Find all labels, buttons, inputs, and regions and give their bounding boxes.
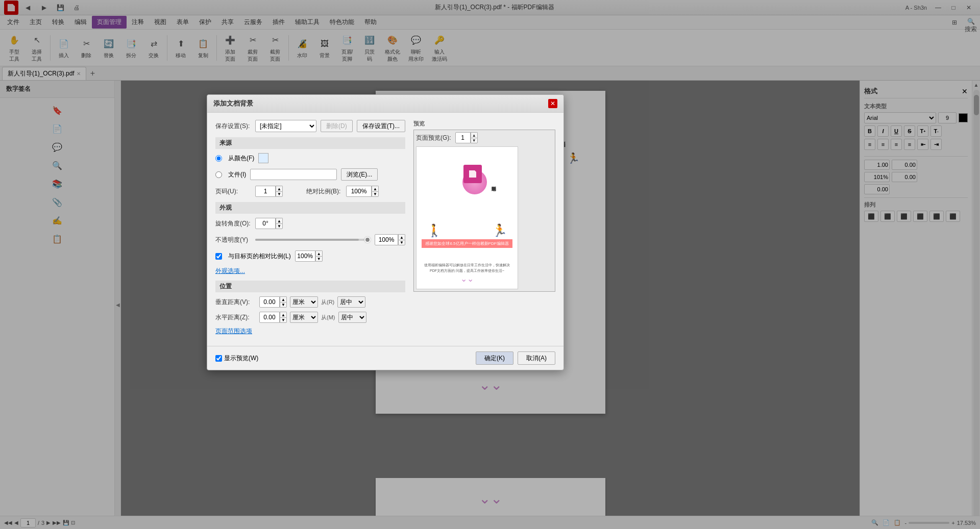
vert-spinbox: ▲ ▼ bbox=[259, 296, 287, 308]
vert-up[interactable]: ▲ bbox=[280, 296, 287, 302]
relative-up-arrow[interactable]: ▲ bbox=[315, 250, 323, 256]
save-settings-select[interactable]: [未指定] bbox=[255, 120, 316, 132]
rotation-label: 旋转角度(O): bbox=[215, 219, 251, 228]
horiz-unit-select[interactable]: 厘米 bbox=[290, 312, 318, 323]
rotation-row: 旋转角度(O): ▲ ▼ bbox=[215, 218, 405, 229]
scale-label: 绝对比例(B): bbox=[306, 187, 342, 196]
opacity-track bbox=[255, 239, 371, 241]
opacity-label: 不透明度(Y) bbox=[215, 236, 251, 244]
horiz-from-label: 从(M) bbox=[321, 314, 335, 321]
cancel-button[interactable]: 取消(A) bbox=[518, 351, 555, 365]
page-preview-input[interactable] bbox=[455, 132, 471, 143]
position-section-header: 位置 bbox=[215, 281, 405, 292]
appearance-section-header: 外观 bbox=[215, 202, 405, 214]
opacity-up-arrow[interactable]: ▲ bbox=[398, 234, 405, 240]
preview-figure-right: 🏃 bbox=[492, 223, 507, 238]
color-radio[interactable] bbox=[215, 155, 222, 162]
rotation-input[interactable] bbox=[255, 218, 276, 229]
page-preview-spinbox: ▲ ▼ bbox=[455, 132, 478, 143]
advanced-link[interactable]: 外观选项... bbox=[215, 267, 245, 275]
file-path-input[interactable] bbox=[250, 169, 337, 180]
color-radio-label: 从颜色(F) bbox=[228, 154, 254, 163]
page-scale-row: 页码(U): ▲ ▼ 绝对比例(B): ▲ ▼ bbox=[215, 186, 405, 197]
file-radio[interactable] bbox=[215, 171, 222, 178]
preview-header: 页面预览(G): ▲ ▼ bbox=[416, 132, 553, 143]
delete-btn[interactable]: 删除(D) bbox=[321, 120, 353, 132]
relative-scale-label: 与目标页的相对比例(L) bbox=[228, 252, 291, 261]
horiz-down[interactable]: ▼ bbox=[280, 317, 287, 323]
show-preview-check[interactable] bbox=[215, 355, 222, 362]
opacity-fill bbox=[255, 239, 359, 241]
color-radio-row: 从颜色(F) bbox=[215, 153, 405, 163]
page-preview-label: 页面预览(G): bbox=[416, 134, 451, 142]
preview-container: 页面预览(G): ▲ ▼ bbox=[413, 130, 555, 292]
relative-scale-row: 与目标页的相对比例(L) ▲ ▼ bbox=[215, 250, 405, 262]
advanced-link-row: 外观选项... bbox=[215, 267, 405, 275]
vert-from-select[interactable]: 居中 bbox=[337, 296, 365, 308]
preview-label: 预览 bbox=[413, 120, 555, 128]
file-radio-row: 文件(I) 浏览(E)... bbox=[215, 168, 405, 181]
page-up-arrow[interactable]: ▲ bbox=[276, 186, 283, 191]
horiz-pos-row: 水平距离(Z): ▲ ▼ 厘米 从(M) 居中 bbox=[215, 312, 405, 323]
dialog-body: 保存设置(S): [未指定] 删除(D) 保存设置(T)... 来源 从颜色(F… bbox=[207, 113, 564, 346]
opacity-slider-container bbox=[255, 239, 371, 241]
preview-chevron: ⌄⌄ bbox=[460, 274, 474, 284]
file-radio-label: 文件(I) bbox=[228, 170, 246, 179]
vert-down[interactable]: ▼ bbox=[280, 302, 287, 308]
vert-input[interactable] bbox=[259, 296, 280, 308]
scale-spinbox: ▲ ▼ bbox=[346, 186, 379, 197]
page-down-arrow[interactable]: ▼ bbox=[276, 191, 283, 197]
dialog-left: 保存设置(S): [未指定] 删除(D) 保存设置(T)... 来源 从颜色(F… bbox=[215, 120, 405, 339]
show-preview-label: 显示预览(W) bbox=[224, 354, 258, 363]
dialog-preview: 预览 页面预览(G): ▲ ▼ bbox=[413, 120, 555, 339]
horiz-spinbox: ▲ ▼ bbox=[259, 312, 287, 323]
rotation-down-arrow[interactable]: ▼ bbox=[276, 223, 283, 229]
scale-input[interactable] bbox=[346, 186, 372, 197]
page-input[interactable] bbox=[255, 186, 276, 197]
browse-btn[interactable]: 浏览(E)... bbox=[341, 168, 378, 181]
horiz-input[interactable] bbox=[259, 312, 280, 323]
rotation-spinbox: ▲ ▼ bbox=[255, 218, 283, 229]
dialog-title: 添加文档背景 bbox=[213, 99, 253, 108]
horiz-up[interactable]: ▲ bbox=[280, 312, 287, 317]
preview-down[interactable]: ▼ bbox=[471, 138, 478, 143]
preview-banner: 感谢您如全球6.5亿用户一样信赖新PDF编辑器 bbox=[422, 239, 512, 248]
relative-down-arrow[interactable]: ▼ bbox=[315, 256, 323, 262]
horiz-label: 水平距离(Z): bbox=[215, 313, 256, 322]
color-preview-box[interactable] bbox=[258, 153, 268, 163]
relative-input[interactable] bbox=[295, 250, 315, 262]
modal-overlay: 添加文档背景 ✕ 保存设置(S): [未指定] 删除(D) 保存设置(T)...… bbox=[0, 0, 980, 529]
page-spinbox: ▲ ▼ bbox=[255, 186, 283, 197]
opacity-down-arrow[interactable]: ▼ bbox=[398, 240, 405, 245]
relative-spinbox: ▲ ▼ bbox=[295, 250, 323, 262]
page-range-link[interactable]: 页面范围选项 bbox=[215, 328, 252, 335]
scale-down-arrow[interactable]: ▼ bbox=[372, 191, 379, 197]
save-settings-row: 保存设置(S): [未指定] 删除(D) 保存设置(T)... bbox=[215, 120, 405, 132]
save-settings-btn[interactable]: 保存设置(T)... bbox=[357, 120, 405, 132]
dialog-close-button[interactable]: ✕ bbox=[548, 99, 557, 108]
preview-description: 使用福昕编辑器可以解放在日常工作生活中，快速解决PDF文档方面的 问题，提高工作… bbox=[422, 263, 512, 273]
preview-figure-left: 🚶 bbox=[427, 223, 442, 238]
opacity-row: 不透明度(Y) ▲ ▼ bbox=[215, 234, 405, 245]
save-settings-label: 保存设置(S): bbox=[215, 122, 251, 131]
ok-button[interactable]: 确定(K) bbox=[476, 351, 513, 365]
dialog-footer: 显示预览(W) 确定(K) 取消(A) bbox=[207, 346, 564, 370]
source-section-header: 来源 bbox=[215, 137, 405, 149]
dialog-titlebar: 添加文档背景 ✕ bbox=[207, 95, 564, 113]
vert-unit-select[interactable]: 厘米 bbox=[290, 296, 318, 308]
opacity-input[interactable] bbox=[375, 234, 398, 245]
scale-up-arrow[interactable]: ▲ bbox=[372, 186, 379, 191]
relative-scale-check[interactable] bbox=[215, 253, 222, 260]
vert-pos-row: 垂直距离(V): ▲ ▼ 厘米 从(R) 居中 bbox=[215, 296, 405, 308]
page-range-row: 页面范围选项 bbox=[215, 327, 405, 336]
opacity-spinbox: ▲ ▼ bbox=[375, 234, 405, 245]
add-background-dialog: 添加文档背景 ✕ 保存设置(S): [未指定] 删除(D) 保存设置(T)...… bbox=[207, 94, 564, 370]
preview-box: 欢迎来到福昕 🚶 🏃 感谢您如全球6.5亿用户一样信赖新PDF编辑器 使用福昕编… bbox=[416, 146, 518, 289]
opacity-thumb[interactable] bbox=[364, 237, 371, 243]
footer-right: 确定(K) 取消(A) bbox=[476, 351, 555, 365]
preview-app-icon bbox=[463, 165, 482, 183]
horiz-from-select[interactable]: 居中 bbox=[338, 312, 366, 323]
preview-up[interactable]: ▲ bbox=[471, 132, 478, 138]
vert-from-label: 从(R) bbox=[321, 298, 334, 306]
rotation-up-arrow[interactable]: ▲ bbox=[276, 218, 283, 223]
